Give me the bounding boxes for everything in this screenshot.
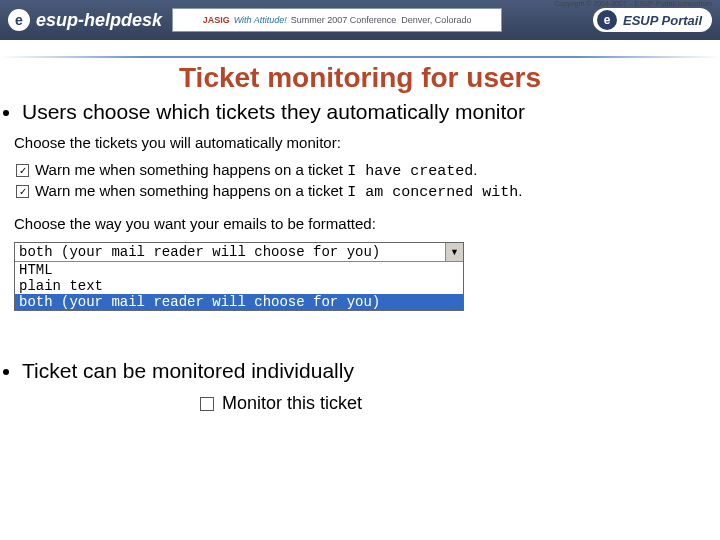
checkbox-monitor-label: Monitor this ticket: [222, 393, 362, 414]
option-both[interactable]: both (your mail reader will choose for y…: [15, 294, 463, 310]
brand-right-icon: e: [597, 10, 617, 30]
bullet-1: Users choose which tickets they automati…: [22, 100, 720, 124]
brand-left: e esup-helpdesk: [8, 9, 162, 31]
copyright-text: Copyright © 2004-2007 – ESUP-Portail con…: [554, 0, 712, 7]
slide-title: Ticket monitoring for users: [0, 62, 720, 94]
checkbox-monitor-ticket[interactable]: [200, 397, 214, 411]
checkbox-created-label: Warn me when something happens on a tick…: [35, 161, 477, 180]
email-format-select[interactable]: both (your mail reader will choose for y…: [14, 242, 464, 311]
checkbox-concerned[interactable]: [16, 185, 29, 198]
chevron-down-icon[interactable]: ▼: [445, 243, 463, 261]
conference-banner: JASIGWith Attitude! Summer 2007 Conferen…: [172, 8, 502, 32]
choose-format-label: Choose the way you want your emails to b…: [14, 215, 706, 232]
checkbox-created[interactable]: [16, 164, 29, 177]
brand-right: e ESUP Portail: [593, 8, 712, 32]
choose-tickets-label: Choose the tickets you will automaticall…: [14, 134, 706, 151]
option-html[interactable]: HTML: [15, 262, 463, 278]
select-dropdown: HTML plain text both (your mail reader w…: [15, 262, 463, 310]
option-plain[interactable]: plain text: [15, 278, 463, 294]
brand-left-icon: e: [8, 9, 30, 31]
brand-right-text: ESUP Portail: [623, 13, 702, 28]
form-screenshot: Choose the tickets you will automaticall…: [0, 134, 720, 311]
brand-left-text: esup-helpdesk: [36, 10, 162, 31]
bullet-2: Ticket can be monitored individually: [22, 359, 720, 383]
checkbox-concerned-label: Warn me when something happens on a tick…: [35, 182, 522, 201]
divider: [0, 56, 720, 58]
select-value: both (your mail reader will choose for y…: [15, 243, 445, 261]
